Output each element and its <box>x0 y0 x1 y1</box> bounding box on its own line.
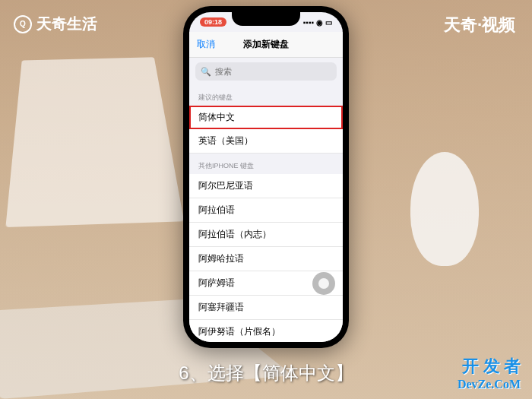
brand-top-right: 天奇·视频 <box>444 14 515 36</box>
mouse-prop <box>410 152 479 266</box>
status-indicators: ▪▪▪▪ ◉ ▭ <box>303 18 332 27</box>
notebook-prop <box>5 57 184 227</box>
list-item[interactable]: 阿伊努语（片假名） <box>189 320 343 342</box>
search-field[interactable]: 🔍 <box>195 62 337 81</box>
assistive-touch-button[interactable] <box>312 272 335 295</box>
list-item[interactable]: 阿塞拜疆语 <box>189 296 343 320</box>
search-icon: 🔍 <box>201 67 211 77</box>
list-item[interactable]: 阿姆哈拉语 <box>189 247 343 271</box>
section-header-suggested: 建议的键盘 <box>189 85 343 106</box>
cancel-button[interactable]: 取消 <box>197 38 215 51</box>
search-input[interactable] <box>215 67 331 76</box>
signal-icon: ▪▪▪▪ <box>303 18 314 27</box>
keyboard-list[interactable]: 建议的键盘 简体中文 英语（美国） 其他IPHONE 键盘 阿尔巴尼亚语 阿拉伯… <box>189 85 343 342</box>
notch <box>232 12 300 26</box>
dev-line2: DevZe.CoM <box>458 378 521 391</box>
list-item-highlighted[interactable]: 简体中文 <box>189 106 343 129</box>
list-item[interactable]: 英语（美国） <box>189 129 343 154</box>
brand-text: 天奇生活 <box>36 14 97 34</box>
section-header-other: 其他IPHONE 键盘 <box>189 154 343 174</box>
list-item[interactable]: 阿拉伯语（内志） <box>189 223 343 247</box>
nav-bar: 取消 添加新键盘 <box>189 32 343 58</box>
status-time: 09:18 <box>200 17 226 27</box>
dev-watermark: 开 发 者 DevZe.CoM <box>458 355 521 391</box>
list-item[interactable]: 阿尔巴尼亚语 <box>189 174 343 198</box>
list-item[interactable]: 阿拉伯语 <box>189 198 343 223</box>
dev-line1: 开 发 者 <box>458 355 521 378</box>
wifi-icon: ◉ <box>316 18 323 27</box>
step-caption: 6、选择【简体中文】 <box>179 361 353 385</box>
phone-screen: 09:18 ▪▪▪▪ ◉ ▭ 取消 添加新键盘 🔍 建议的键盘 简体中文 英语（… <box>189 12 343 342</box>
nav-title: 添加新键盘 <box>243 38 289 51</box>
brand-top-left: Q 天奇生活 <box>14 14 97 34</box>
phone-frame: 09:18 ▪▪▪▪ ◉ ▭ 取消 添加新键盘 🔍 建议的键盘 简体中文 英语（… <box>183 6 349 348</box>
battery-icon: ▭ <box>325 18 332 27</box>
brand-icon: Q <box>14 15 32 33</box>
